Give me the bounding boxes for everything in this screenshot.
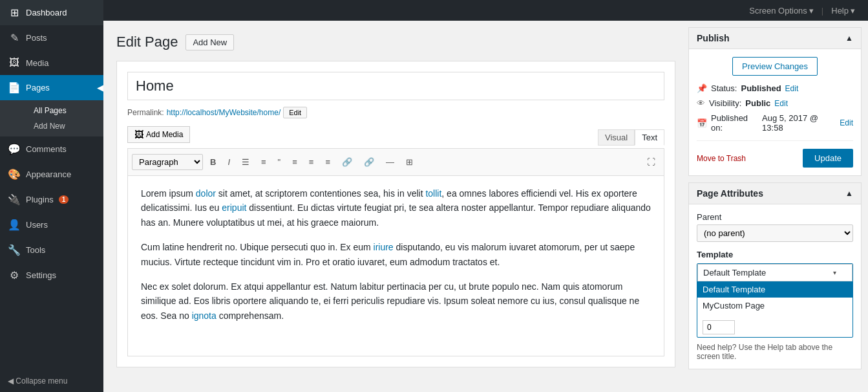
sidebar-item-media[interactable]: 🖼 Media bbox=[0, 50, 103, 75]
italic-button[interactable]: I bbox=[223, 155, 235, 169]
publish-box-header: Publish ▲ bbox=[689, 28, 861, 49]
add-media-button[interactable]: 🖼 Add Media bbox=[127, 126, 190, 143]
sidebar-item-users[interactable]: 👤 Users bbox=[0, 212, 103, 237]
published-label: Published on: bbox=[711, 113, 758, 133]
help-text: Need help? Use the Help tab above the sc… bbox=[697, 343, 853, 361]
ul-button[interactable]: ☰ bbox=[237, 155, 254, 169]
fullscreen-button[interactable]: ⛶ bbox=[642, 155, 660, 169]
format-select[interactable]: Paragraph Heading 1 Heading 2 Heading 3 … bbox=[132, 154, 203, 170]
align-right-button[interactable]: ≡ bbox=[321, 155, 335, 169]
page-name-input[interactable] bbox=[127, 72, 664, 100]
topbar: Screen Options ▾ | Help ▾ bbox=[103, 0, 868, 21]
more-button[interactable]: — bbox=[381, 155, 399, 169]
help-button[interactable]: Help ▾ bbox=[826, 3, 860, 18]
sidebar-sub-add-new[interactable]: Add New bbox=[26, 118, 103, 134]
appearance-icon: 🎨 bbox=[8, 168, 21, 180]
sidebar-item-label: Pages bbox=[26, 83, 50, 93]
page-attributes-title: Page Attributes bbox=[697, 188, 763, 199]
permalink-edit-button[interactable]: Edit bbox=[283, 107, 307, 118]
paragraph-3: Nec ex solet dolorum. Ex atqui appellant… bbox=[141, 279, 651, 323]
sidebar-item-comments[interactable]: 💬 Comments bbox=[0, 136, 103, 162]
status-edit-link[interactable]: Edit bbox=[785, 84, 799, 93]
add-new-label: Add New bbox=[34, 122, 65, 131]
collapse-menu[interactable]: ◀ Collapse menu bbox=[0, 370, 103, 392]
page-attributes-collapse-icon[interactable]: ▲ bbox=[845, 189, 853, 198]
sidebar-item-posts[interactable]: ✎ Posts bbox=[0, 25, 103, 50]
visibility-value: Public bbox=[745, 98, 770, 108]
parent-label: Parent bbox=[697, 212, 853, 222]
visibility-row: 👁 Visibility: Public Edit bbox=[697, 98, 853, 108]
page-attributes-body: Parent (no parent) Template Default Temp… bbox=[689, 204, 861, 369]
sidebar-sub-all-pages[interactable]: All Pages bbox=[26, 103, 103, 118]
table-button[interactable]: ⊞ bbox=[401, 155, 418, 169]
plugins-icon: 🔌 bbox=[8, 193, 21, 206]
align-left-button[interactable]: ≡ bbox=[288, 155, 302, 169]
page-attributes-box: Page Attributes ▲ Parent (no parent) Tem… bbox=[688, 182, 862, 369]
ol-button[interactable]: ≡ bbox=[257, 155, 271, 169]
sidebar-item-label: Posts bbox=[26, 33, 47, 43]
sidebar-item-label: Comments bbox=[26, 144, 67, 154]
sidebar-item-dashboard[interactable]: ⊞ Dashboard bbox=[0, 0, 103, 25]
users-icon: 👤 bbox=[8, 219, 21, 231]
sidebar: ⊞ Dashboard ✎ Posts 🖼 Media 📄 Pages ◀ Al… bbox=[0, 0, 103, 392]
publish-box-body: Preview Changes 📌 Status: Published Edit… bbox=[689, 49, 861, 175]
sidebar-item-pages[interactable]: 📄 Pages ◀ bbox=[0, 75, 103, 100]
status-icon: 📌 bbox=[697, 83, 707, 93]
pages-submenu: All Pages Add New bbox=[0, 100, 103, 136]
published-edit-link[interactable]: Edit bbox=[840, 118, 853, 127]
blockquote-button[interactable]: " bbox=[273, 155, 286, 169]
parent-select[interactable]: (no parent) bbox=[697, 224, 853, 242]
preview-changes-button[interactable]: Preview Changes bbox=[732, 57, 818, 76]
visibility-icon: 👁 bbox=[697, 98, 705, 108]
update-button[interactable]: Update bbox=[803, 149, 853, 168]
add-new-button[interactable]: Add New bbox=[185, 34, 234, 50]
screen-options-button[interactable]: Screen Options ▾ bbox=[744, 3, 819, 18]
publish-title: Publish bbox=[697, 33, 730, 43]
publish-actions: Move to Trash Update bbox=[697, 140, 853, 168]
sidebar-item-settings[interactable]: ⚙ Settings bbox=[0, 263, 103, 288]
sidebar-item-appearance[interactable]: 🎨 Appearance bbox=[0, 162, 103, 187]
align-center-button[interactable]: ≡ bbox=[304, 155, 319, 169]
editor-area: Edit Page Add New Permalink: http://loca… bbox=[103, 21, 688, 392]
sidebar-item-plugins[interactable]: 🔌 Plugins 1 bbox=[0, 187, 103, 212]
template-option-custom[interactable]: MyCustom Page bbox=[697, 298, 852, 314]
visual-text-tabs: Visual Text bbox=[598, 129, 664, 146]
edit-box: Permalink: http://localhost/MyWebsite/ho… bbox=[116, 61, 675, 367]
collapse-icon: ◀ bbox=[8, 376, 14, 386]
visibility-edit-link[interactable]: Edit bbox=[774, 99, 788, 108]
publish-collapse-icon[interactable]: ▲ bbox=[845, 34, 853, 43]
sidebar-item-label: Users bbox=[26, 220, 48, 230]
template-dropdown: Default Template ▾ Default Template MyCu… bbox=[697, 263, 853, 338]
move-trash-link[interactable]: Move to Trash bbox=[697, 154, 746, 163]
add-media-label: Add Media bbox=[146, 130, 183, 139]
permalink-url[interactable]: http://localhost/MyWebsite/home/ bbox=[167, 108, 281, 117]
template-option-default[interactable]: Default Template bbox=[697, 281, 852, 298]
paragraph-2: Cum latine hendrerit no. Ubique persecut… bbox=[141, 240, 651, 269]
template-order-input[interactable] bbox=[703, 320, 735, 334]
pages-icon: 📄 bbox=[8, 82, 21, 94]
help-label: Help bbox=[831, 6, 849, 16]
sidebar-item-label: Appearance bbox=[26, 169, 71, 179]
page-title-row: Edit Page Add New bbox=[116, 34, 675, 50]
unlink-button[interactable]: 🔗 bbox=[359, 155, 379, 169]
text-tab[interactable]: Text bbox=[635, 129, 664, 146]
help-chevron: ▾ bbox=[851, 6, 855, 16]
collapse-label: Collapse menu bbox=[16, 376, 67, 386]
visibility-label: Visibility: bbox=[709, 98, 741, 108]
status-row: 📌 Status: Published Edit bbox=[697, 83, 853, 93]
visual-tab[interactable]: Visual bbox=[598, 129, 635, 146]
sidebar-item-label: Plugins bbox=[26, 195, 54, 204]
pages-arrow: ◀ bbox=[97, 75, 103, 100]
template-selected-value: Default Template bbox=[703, 268, 766, 278]
bold-button[interactable]: B bbox=[206, 155, 220, 169]
sidebar-item-label: Media bbox=[26, 58, 48, 68]
media-icon: 🖼 bbox=[8, 57, 21, 69]
template-select-display[interactable]: Default Template ▾ bbox=[697, 264, 852, 281]
editor-content[interactable]: Lorem ipsum dolor sit amet, at scriptore… bbox=[127, 175, 664, 356]
link-button[interactable]: 🔗 bbox=[337, 155, 357, 169]
dashboard-icon: ⊞ bbox=[8, 6, 21, 19]
page-attributes-header: Page Attributes ▲ bbox=[689, 183, 861, 204]
screen-options-chevron: ▾ bbox=[809, 6, 814, 16]
posts-icon: ✎ bbox=[8, 32, 21, 44]
sidebar-item-tools[interactable]: 🔧 Tools bbox=[0, 237, 103, 263]
